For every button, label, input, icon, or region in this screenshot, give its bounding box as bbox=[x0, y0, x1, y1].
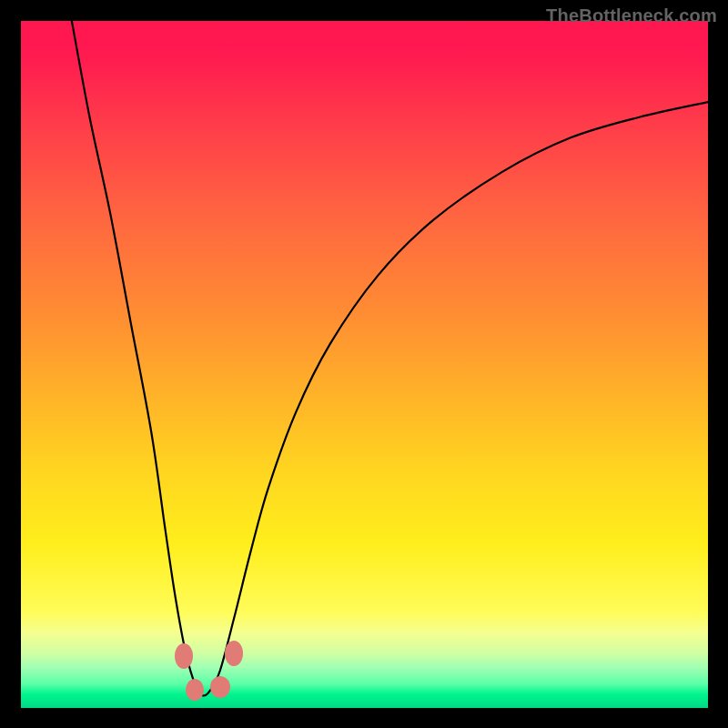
curve-marker-right-upper bbox=[225, 641, 243, 666]
curve-marker-left-lower bbox=[186, 679, 204, 701]
curve-marker-right-lower bbox=[210, 676, 230, 698]
bottleneck-curve bbox=[21, 21, 708, 708]
watermark-text: TheBottleneck.com bbox=[546, 5, 717, 26]
plot-area bbox=[21, 21, 708, 708]
curve-marker-left-upper bbox=[175, 643, 193, 669]
chart-container: TheBottleneck.com bbox=[0, 0, 728, 728]
